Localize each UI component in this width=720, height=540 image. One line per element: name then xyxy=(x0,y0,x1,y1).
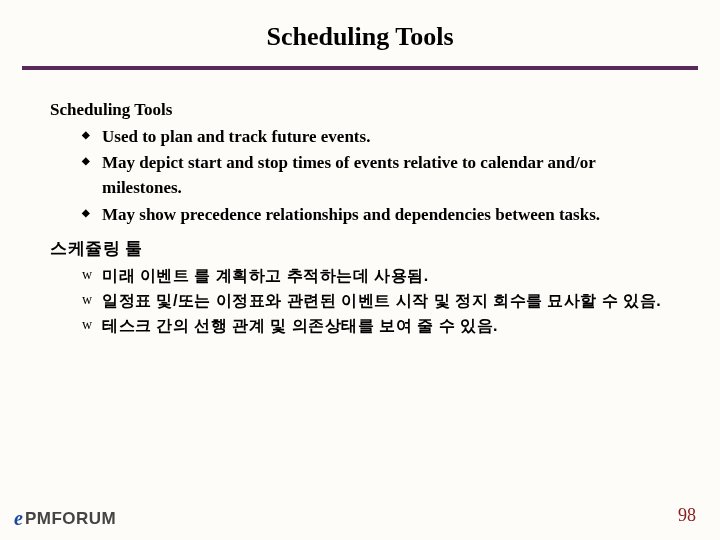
section-heading-en: Scheduling Tools xyxy=(50,98,670,123)
bullet-list-en: Used to plan and track future events. Ma… xyxy=(50,125,670,228)
logo-text: PMFORUM xyxy=(25,509,116,529)
slide-title: Scheduling Tools xyxy=(0,0,720,66)
list-item: 미래 이벤트 를 계획하고 추적하는데 사용됨. xyxy=(82,264,670,287)
bullet-list-kr: 미래 이벤트 를 계획하고 추적하는데 사용됨. 일정표 및/또는 이정표와 관… xyxy=(50,264,670,338)
slide-content: Scheduling Tools Used to plan and track … xyxy=(0,98,720,337)
list-item: May show precedence relationships and de… xyxy=(82,203,670,228)
page-number: 98 xyxy=(678,505,696,526)
section-english: Scheduling Tools Used to plan and track … xyxy=(50,98,670,227)
list-item: Used to plan and track future events. xyxy=(82,125,670,150)
list-item: 일정표 및/또는 이정표와 관련된 이벤트 시작 및 정지 회수를 묘사할 수 … xyxy=(82,289,670,312)
list-item: 테스크 간의 선행 관계 및 의존상태를 보여 줄 수 있음. xyxy=(82,314,670,337)
logo-e-icon: e xyxy=(14,507,23,530)
section-korean: 스케쥴링 툴 미래 이벤트 를 계획하고 추적하는데 사용됨. 일정표 및/또는… xyxy=(50,237,670,337)
title-underline xyxy=(22,66,698,70)
section-heading-kr: 스케쥴링 툴 xyxy=(50,237,670,262)
footer-logo: e PMFORUM xyxy=(14,507,116,530)
list-item: May depict start and stop times of event… xyxy=(82,151,670,200)
